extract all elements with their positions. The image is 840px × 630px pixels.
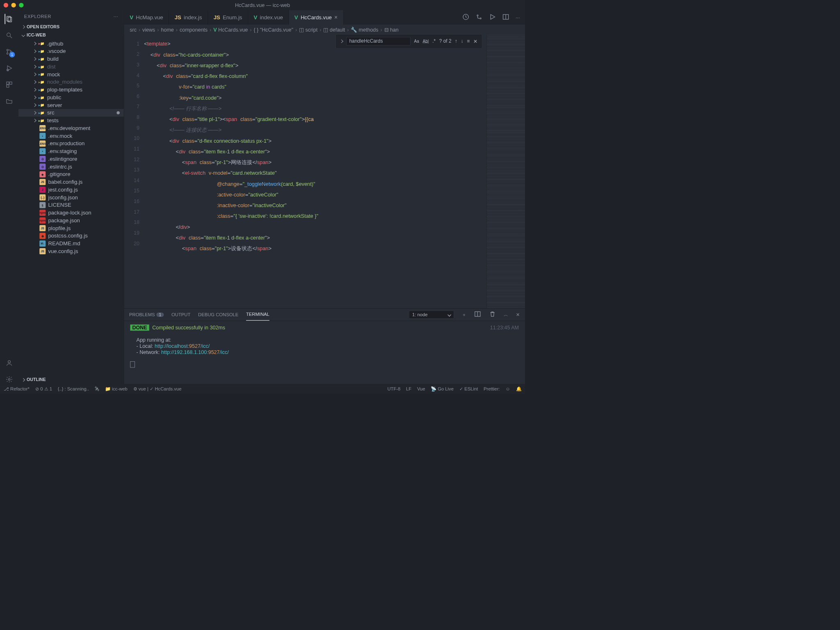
editor-tab[interactable]: VHcCards.vue×	[289, 10, 343, 25]
file-item[interactable]: ◆.gitignore	[18, 171, 124, 178]
next-match-icon[interactable]: ↓	[461, 39, 463, 44]
compare-icon[interactable]	[476, 13, 483, 22]
breadcrumb-item[interactable]: 🔧 methods	[351, 27, 378, 33]
file-item[interactable]: .ENV.env.development	[18, 124, 124, 132]
breadcrumb-item[interactable]: ◫ script	[299, 27, 317, 33]
breadcrumb-item[interactable]: ⊟ han	[384, 27, 399, 33]
problems-tab[interactable]: PROBLEMS1	[129, 309, 164, 320]
folder-item[interactable]: ▸📁build	[18, 55, 124, 63]
kill-terminal-icon[interactable]	[489, 310, 496, 319]
folder-item[interactable]: ▸📁plop-templates	[18, 86, 124, 94]
folder-item[interactable]: ▸📁mock	[18, 71, 124, 78]
new-terminal-icon[interactable]: ＋	[462, 312, 466, 318]
minimize-window-button[interactable]	[11, 3, 16, 7]
live-share-icon[interactable]: 🛰	[95, 386, 99, 392]
open-editors-section[interactable]: OPEN EDITORS	[18, 23, 124, 31]
vue-status[interactable]: ⚙ vue | ✓ HcCards.vue	[133, 386, 182, 392]
split-editor-icon[interactable]	[502, 13, 510, 22]
close-window-button[interactable]	[4, 3, 8, 7]
close-find-icon[interactable]: ✕	[473, 38, 477, 44]
breadcrumbs[interactable]: src›views›home›components›V HcCards.vue›…	[124, 25, 525, 35]
breadcrumb-item[interactable]: V HcCards.vue	[213, 27, 248, 32]
terminal-tab[interactable]: TERMINAL	[246, 309, 269, 321]
file-item[interactable]: •.env.staging	[18, 147, 124, 155]
file-item[interactable]: •.env.mock	[18, 132, 124, 140]
breadcrumb-item[interactable]: components	[180, 27, 208, 32]
timeline-icon[interactable]	[462, 13, 470, 22]
search-icon[interactable]	[5, 31, 14, 40]
language-status[interactable]: Vue	[417, 386, 425, 392]
file-item[interactable]: JSvue.config.js	[18, 247, 124, 255]
breadcrumb-item[interactable]: views	[142, 27, 155, 32]
minimap[interactable]	[486, 35, 525, 308]
file-item[interactable]: ◎.eslintignore	[18, 155, 124, 163]
golive-status[interactable]: 📡 Go Live	[431, 386, 454, 392]
file-item[interactable]: npmpackage-lock.json	[18, 209, 124, 217]
source-control-icon[interactable]: 1	[5, 47, 14, 57]
gear-icon[interactable]	[5, 375, 14, 384]
project-section[interactable]: ICC-WEB	[18, 31, 124, 39]
maximize-panel-icon[interactable]: ︿	[504, 312, 508, 318]
problems-status[interactable]: ⊘ 0 ⚠ 1	[35, 386, 52, 392]
folder-item[interactable]: ▸📁.github	[18, 40, 124, 48]
editor-tab[interactable]: VHcMap.vue	[124, 10, 169, 25]
folder-status[interactable]: 📁 icc-web	[105, 386, 128, 392]
eslint-status[interactable]: ✓ ESLint	[459, 386, 478, 392]
editor-tab[interactable]: Vindex.vue	[248, 10, 289, 25]
more-actions-icon[interactable]: ···	[516, 14, 520, 20]
file-item[interactable]: npmpackage.json	[18, 217, 124, 224]
run-debug-icon[interactable]	[5, 64, 14, 73]
split-terminal-icon[interactable]	[474, 310, 482, 319]
output-tab[interactable]: OUTPUT	[171, 309, 190, 320]
code-editor[interactable]: <template> <div class="hc-cards-containe…	[144, 35, 486, 308]
breadcrumb-item[interactable]: ◫ default	[323, 27, 345, 33]
folder-item[interactable]: ▸📁tests	[18, 116, 124, 124]
file-item[interactable]: Jjest.config.js	[18, 186, 124, 194]
find-input[interactable]	[347, 37, 411, 46]
debug-console-tab[interactable]: DEBUG CONSOLE	[198, 309, 238, 320]
more-icon[interactable]: ···	[114, 14, 118, 19]
folder-item[interactable]: ▸📁node_modules	[18, 78, 124, 86]
file-item[interactable]: §LICENSE	[18, 201, 124, 209]
file-item[interactable]: ◎.eslintrc.js	[18, 163, 124, 171]
maximize-window-button[interactable]	[19, 3, 23, 7]
file-item[interactable]: M↓README.md	[18, 240, 124, 247]
file-item[interactable]: {..}jsconfig.json	[18, 194, 124, 201]
explorer-icon[interactable]	[5, 14, 14, 24]
folder-item[interactable]: ▸📁.vscode	[18, 48, 124, 55]
folder-open-icon[interactable]	[5, 96, 14, 106]
match-word-icon[interactable]: Ab|	[423, 39, 429, 43]
prev-match-icon[interactable]: ↑	[455, 39, 457, 44]
prettier-status[interactable]: Prettier:	[484, 386, 500, 392]
folder-item[interactable]: ▸📁src	[18, 109, 124, 117]
folder-item[interactable]: ▸📁server	[18, 101, 124, 109]
refactor-status[interactable]: ⎇ Refactor*	[4, 386, 30, 392]
file-item[interactable]: .ENV.env.production	[18, 140, 124, 148]
folder-item[interactable]: ▸📁public	[18, 94, 124, 101]
find-in-selection-icon[interactable]: ≡	[467, 39, 470, 44]
close-tab-icon[interactable]: ×	[334, 14, 338, 21]
encoding-status[interactable]: UTF-8	[387, 386, 400, 392]
match-case-icon[interactable]: Aa	[414, 39, 419, 43]
outline-section[interactable]: OUTLINE	[18, 376, 124, 384]
terminal-selector[interactable]: 1: node	[409, 311, 454, 319]
editor-tab[interactable]: JSEnum.js	[208, 10, 248, 25]
breadcrumb-item[interactable]: src	[130, 27, 137, 32]
scanning-status[interactable]: {..} : Scanning..	[58, 386, 89, 392]
breadcrumb-item[interactable]: home	[161, 27, 174, 32]
eol-status[interactable]: LF	[406, 386, 411, 392]
run-icon[interactable]	[489, 13, 496, 22]
find-expand-icon[interactable]	[340, 39, 343, 43]
extensions-icon[interactable]	[5, 80, 14, 89]
file-item[interactable]: JSplopfile.js	[18, 224, 124, 232]
file-item[interactable]: JSbabel.config.js	[18, 178, 124, 186]
terminal-content[interactable]: DONE Compiled successfully in 302ms App …	[124, 321, 525, 384]
regex-icon[interactable]: .*	[432, 39, 436, 44]
file-item[interactable]: ◉postcss.config.js	[18, 232, 124, 240]
folder-item[interactable]: ▸📁dist	[18, 63, 124, 71]
notifications-icon[interactable]: 🔔	[516, 386, 522, 392]
account-icon[interactable]	[5, 358, 14, 368]
editor-tab[interactable]: JSindex.js	[169, 10, 208, 25]
feedback-icon[interactable]: ☺	[505, 386, 510, 392]
breadcrumb-item[interactable]: { } "HcCards.vue"	[253, 27, 293, 32]
